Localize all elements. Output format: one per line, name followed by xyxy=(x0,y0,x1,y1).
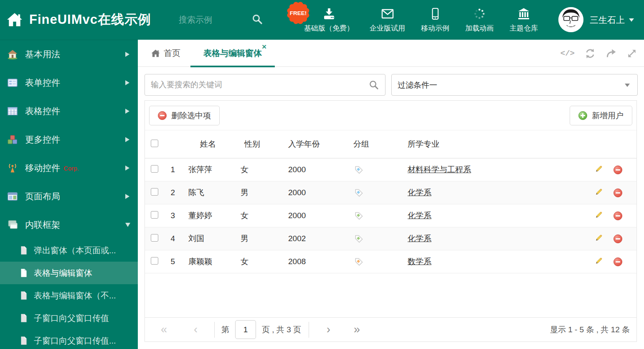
keyword-search-input[interactable] xyxy=(151,74,364,95)
row-checkbox[interactable] xyxy=(151,165,158,173)
row-number: 3 xyxy=(163,204,180,227)
plus-circle-icon xyxy=(578,111,587,120)
nav-basic-edition[interactable]: 基础版（免费） xyxy=(304,7,354,33)
sidebar-item-mobile-controls[interactable]: 移动控件 Corp. xyxy=(0,154,138,182)
frames-icon xyxy=(7,219,18,230)
cell-gender: 男 xyxy=(234,181,282,204)
add-user-button[interactable]: 新增用户 xyxy=(570,106,632,125)
avatar[interactable] xyxy=(558,7,583,32)
select-all-checkbox[interactable] xyxy=(151,140,158,147)
column-header-name: 姓名 xyxy=(180,130,234,158)
table-row: 3 董婷婷 女 2000 化学系 xyxy=(145,204,636,227)
major-link[interactable]: 化学系 xyxy=(408,211,431,220)
sidebar-item-basic-usage[interactable]: 基本用法 xyxy=(0,40,138,69)
prev-page-button[interactable]: ‹ xyxy=(194,324,198,335)
row-checkbox[interactable] xyxy=(151,234,158,242)
form-icon xyxy=(7,77,18,88)
column-header-gender: 性别 xyxy=(234,130,282,158)
source-code-icon[interactable]: </> xyxy=(560,49,575,58)
delete-row-icon[interactable] xyxy=(614,211,622,220)
column-header-group: 分组 xyxy=(345,130,401,158)
sidebar-subitem-popup-window[interactable]: 弹出窗体（本页面或... xyxy=(0,239,138,262)
nav-loading-animation[interactable]: 加载动画 xyxy=(465,7,494,33)
home-icon[interactable] xyxy=(7,12,23,28)
major-link[interactable]: 数学系 xyxy=(408,257,431,266)
corp-badge: Corp. xyxy=(63,165,79,172)
chevron-right-icon xyxy=(125,80,129,85)
table-row: 2 陈飞 男 2000 化学系 xyxy=(145,181,636,204)
tag-icon xyxy=(355,166,363,174)
home-icon xyxy=(151,49,160,58)
search-icon[interactable] xyxy=(251,13,263,25)
next-page-button[interactable]: › xyxy=(327,324,330,335)
sidebar-item-form-controls[interactable]: 表单控件 xyxy=(0,69,138,97)
cell-gender: 女 xyxy=(234,250,282,273)
cell-name: 张萍萍 xyxy=(180,158,234,181)
edit-pencil-icon[interactable] xyxy=(595,187,603,198)
file-icon xyxy=(20,246,28,255)
filter-dropdown-value: 过滤条件一 xyxy=(398,80,437,91)
nav-mobile-demo[interactable]: 移动示例 xyxy=(421,7,449,33)
download-icon xyxy=(322,7,336,20)
sidebar-item-page-layout[interactable]: 页面布局 xyxy=(0,182,138,211)
last-page-button[interactable]: » xyxy=(354,324,360,335)
users-table: 姓名 性别 入学年份 分组 所学专业 1 张萍萍 女 xyxy=(145,130,636,273)
tab-active-label: 表格与编辑窗体 xyxy=(203,48,262,59)
edit-pencil-icon[interactable] xyxy=(595,164,603,175)
sidebar-subitem-child-to-parent-2[interactable]: 子窗口向父窗口传值... xyxy=(0,329,138,349)
edit-pencil-icon[interactable] xyxy=(595,233,603,244)
file-icon xyxy=(20,291,28,300)
tab-bar: 首页 表格与编辑窗体 × </> xyxy=(138,40,644,67)
user-menu[interactable]: 三生石上 xyxy=(590,0,634,40)
nav-label: 主题仓库 xyxy=(510,23,538,33)
header-search-input[interactable] xyxy=(179,13,246,27)
delete-row-icon[interactable] xyxy=(614,166,622,174)
column-header-major: 所学专业 xyxy=(401,130,591,158)
nav-theme-store[interactable]: 主题仓库 xyxy=(510,7,538,33)
tab-close-icon[interactable]: × xyxy=(262,43,266,51)
row-checkbox[interactable] xyxy=(151,188,158,196)
delete-selected-label: 删除选中项 xyxy=(171,110,211,121)
sidebar-item-grid-controls[interactable]: 表格控件 xyxy=(0,97,138,125)
tab-home[interactable]: 首页 xyxy=(151,40,180,67)
edit-pencil-icon[interactable] xyxy=(595,210,603,221)
sidebar-subitem-label: 表格与编辑窗体 xyxy=(34,267,92,279)
search-icon[interactable] xyxy=(369,80,379,90)
sidebar-item-more-controls[interactable]: 更多控件 xyxy=(0,125,138,154)
major-link[interactable]: 化学系 xyxy=(408,188,431,197)
sidebar-subitem-child-to-parent[interactable]: 子窗口向父窗口传值 xyxy=(0,307,138,329)
first-page-button[interactable]: « xyxy=(161,324,167,335)
cell-name: 陈飞 xyxy=(180,181,234,204)
sidebar-subitem-grid-edit-window-2[interactable]: 表格与编辑窗体（不... xyxy=(0,284,138,307)
sidebar-item-inline-frame[interactable]: 内联框架 xyxy=(0,211,138,239)
delete-row-icon[interactable] xyxy=(614,189,622,197)
expand-icon[interactable] xyxy=(626,48,637,59)
delete-row-icon[interactable] xyxy=(614,234,622,243)
refresh-icon[interactable] xyxy=(585,48,596,59)
avatar-cartoon-face xyxy=(558,7,583,32)
nav-enterprise-trial[interactable]: 企业版试用 xyxy=(370,7,405,33)
cell-name: 康颖颖 xyxy=(180,250,234,273)
row-checkbox[interactable] xyxy=(151,257,158,265)
edit-pencil-icon[interactable] xyxy=(595,256,603,267)
row-checkbox[interactable] xyxy=(151,211,158,219)
filter-dropdown[interactable]: 过滤条件一 xyxy=(391,74,638,96)
sidebar-item-label: 表格控件 xyxy=(25,105,60,117)
delete-row-icon[interactable] xyxy=(614,257,622,266)
cubes-icon xyxy=(7,134,18,145)
major-link[interactable]: 化学系 xyxy=(408,234,431,243)
delete-selected-button[interactable]: 删除选中项 xyxy=(149,106,220,125)
tab-active-grid-edit-window[interactable]: 表格与编辑窗体 × xyxy=(190,40,275,67)
page-number-input[interactable] xyxy=(235,320,256,339)
major-link[interactable]: 材料科学与工程系 xyxy=(408,165,471,174)
username: 三生石上 xyxy=(590,14,625,26)
cell-year: 2008 xyxy=(282,250,345,273)
share-icon[interactable] xyxy=(606,48,616,59)
sidebar-item-label: 更多控件 xyxy=(25,134,60,145)
sidebar-subitem-grid-edit-window[interactable]: 表格与编辑窗体 xyxy=(0,262,138,284)
mail-icon xyxy=(381,7,394,20)
divider xyxy=(309,322,309,338)
sidebar-item-label: 页面布局 xyxy=(25,191,60,202)
tag-icon xyxy=(355,211,363,220)
tag-icon xyxy=(355,257,363,266)
